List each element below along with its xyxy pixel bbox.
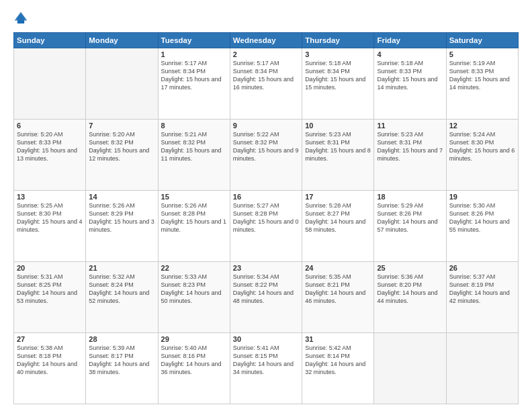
day-info: Sunrise: 5:34 AM Sunset: 8:22 PM Dayligh… <box>233 273 299 306</box>
calendar-table: SundayMondayTuesdayWednesdayThursdayFrid… <box>13 32 519 404</box>
calendar-cell: 11Sunrise: 5:23 AM Sunset: 8:31 PM Dayli… <box>374 120 446 191</box>
calendar-week-1: 1Sunrise: 5:17 AM Sunset: 8:34 PM Daylig… <box>14 48 519 120</box>
day-info: Sunrise: 5:33 AM Sunset: 8:23 PM Dayligh… <box>161 273 227 306</box>
day-info: Sunrise: 5:40 AM Sunset: 8:16 PM Dayligh… <box>161 344 227 377</box>
day-number: 15 <box>161 193 227 201</box>
calendar-cell: 13Sunrise: 5:25 AM Sunset: 8:30 PM Dayli… <box>14 191 86 262</box>
calendar-header-wednesday: Wednesday <box>230 33 302 48</box>
calendar-cell: 22Sunrise: 5:33 AM Sunset: 8:23 PM Dayli… <box>158 262 230 333</box>
calendar-week-5: 27Sunrise: 5:38 AM Sunset: 8:18 PM Dayli… <box>14 333 519 404</box>
day-number: 14 <box>89 193 154 201</box>
calendar-cell: 19Sunrise: 5:30 AM Sunset: 8:26 PM Dayli… <box>446 191 518 262</box>
day-info: Sunrise: 5:23 AM Sunset: 8:31 PM Dayligh… <box>305 130 371 163</box>
day-info: Sunrise: 5:39 AM Sunset: 8:17 PM Dayligh… <box>89 344 154 377</box>
day-number: 19 <box>449 193 515 201</box>
calendar-cell: 25Sunrise: 5:36 AM Sunset: 8:20 PM Dayli… <box>374 262 446 333</box>
day-info: Sunrise: 5:38 AM Sunset: 8:18 PM Dayligh… <box>17 344 83 377</box>
day-number: 6 <box>17 122 83 130</box>
calendar-cell: 24Sunrise: 5:35 AM Sunset: 8:21 PM Dayli… <box>302 262 374 333</box>
day-number: 9 <box>233 122 299 130</box>
calendar-cell: 5Sunrise: 5:19 AM Sunset: 8:33 PM Daylig… <box>446 48 518 120</box>
calendar-cell: 9Sunrise: 5:22 AM Sunset: 8:32 PM Daylig… <box>230 120 302 191</box>
day-number: 18 <box>377 193 443 201</box>
day-number: 21 <box>89 264 154 272</box>
day-info: Sunrise: 5:30 AM Sunset: 8:26 PM Dayligh… <box>449 201 515 234</box>
svg-marker-1 <box>14 11 27 20</box>
day-number: 2 <box>233 50 299 58</box>
day-info: Sunrise: 5:29 AM Sunset: 8:26 PM Dayligh… <box>377 201 443 234</box>
calendar-header-saturday: Saturday <box>446 33 518 48</box>
day-info: Sunrise: 5:31 AM Sunset: 8:25 PM Dayligh… <box>17 273 83 306</box>
day-info: Sunrise: 5:27 AM Sunset: 8:28 PM Dayligh… <box>233 201 299 234</box>
day-number: 1 <box>161 50 227 58</box>
day-info: Sunrise: 5:17 AM Sunset: 8:34 PM Dayligh… <box>233 59 299 92</box>
day-info: Sunrise: 5:23 AM Sunset: 8:31 PM Dayligh… <box>377 130 443 163</box>
calendar-cell: 6Sunrise: 5:20 AM Sunset: 8:33 PM Daylig… <box>14 120 86 191</box>
day-info: Sunrise: 5:17 AM Sunset: 8:34 PM Dayligh… <box>161 59 227 92</box>
calendar-cell: 1Sunrise: 5:17 AM Sunset: 8:34 PM Daylig… <box>158 48 230 120</box>
calendar-cell <box>446 333 518 404</box>
calendar-cell: 18Sunrise: 5:29 AM Sunset: 8:26 PM Dayli… <box>374 191 446 262</box>
logo <box>13 11 31 26</box>
calendar-cell: 29Sunrise: 5:40 AM Sunset: 8:16 PM Dayli… <box>158 333 230 404</box>
calendar-cell: 7Sunrise: 5:20 AM Sunset: 8:32 PM Daylig… <box>86 120 158 191</box>
day-info: Sunrise: 5:22 AM Sunset: 8:32 PM Dayligh… <box>233 130 299 163</box>
day-info: Sunrise: 5:26 AM Sunset: 8:29 PM Dayligh… <box>89 201 154 234</box>
calendar-week-2: 6Sunrise: 5:20 AM Sunset: 8:33 PM Daylig… <box>14 120 519 191</box>
day-number: 17 <box>305 193 371 201</box>
calendar-cell: 4Sunrise: 5:18 AM Sunset: 8:33 PM Daylig… <box>374 48 446 120</box>
calendar-cell: 15Sunrise: 5:26 AM Sunset: 8:28 PM Dayli… <box>158 191 230 262</box>
day-number: 23 <box>233 264 299 272</box>
calendar-cell: 31Sunrise: 5:42 AM Sunset: 8:14 PM Dayli… <box>302 333 374 404</box>
day-number: 16 <box>233 193 299 201</box>
calendar-header-tuesday: Tuesday <box>158 33 230 48</box>
day-info: Sunrise: 5:21 AM Sunset: 8:32 PM Dayligh… <box>161 130 227 163</box>
calendar-cell: 27Sunrise: 5:38 AM Sunset: 8:18 PM Dayli… <box>14 333 86 404</box>
day-number: 25 <box>377 264 443 272</box>
day-info: Sunrise: 5:42 AM Sunset: 8:14 PM Dayligh… <box>305 344 371 377</box>
day-number: 22 <box>161 264 227 272</box>
day-number: 27 <box>17 335 83 343</box>
day-info: Sunrise: 5:36 AM Sunset: 8:20 PM Dayligh… <box>377 273 443 306</box>
calendar-cell: 14Sunrise: 5:26 AM Sunset: 8:29 PM Dayli… <box>86 191 158 262</box>
calendar-cell: 16Sunrise: 5:27 AM Sunset: 8:28 PM Dayli… <box>230 191 302 262</box>
calendar-cell <box>14 48 86 120</box>
calendar-cell: 10Sunrise: 5:23 AM Sunset: 8:31 PM Dayli… <box>302 120 374 191</box>
calendar-cell: 17Sunrise: 5:28 AM Sunset: 8:27 PM Dayli… <box>302 191 374 262</box>
day-info: Sunrise: 5:25 AM Sunset: 8:30 PM Dayligh… <box>17 201 83 234</box>
calendar-cell: 21Sunrise: 5:32 AM Sunset: 8:24 PM Dayli… <box>86 262 158 333</box>
calendar-cell <box>86 48 158 120</box>
day-number: 30 <box>233 335 299 343</box>
calendar-cell: 23Sunrise: 5:34 AM Sunset: 8:22 PM Dayli… <box>230 262 302 333</box>
day-info: Sunrise: 5:37 AM Sunset: 8:19 PM Dayligh… <box>449 273 515 306</box>
calendar-header-monday: Monday <box>86 33 158 48</box>
day-info: Sunrise: 5:20 AM Sunset: 8:33 PM Dayligh… <box>17 130 83 163</box>
calendar-header-row: SundayMondayTuesdayWednesdayThursdayFrid… <box>14 33 519 48</box>
calendar-week-3: 13Sunrise: 5:25 AM Sunset: 8:30 PM Dayli… <box>14 191 519 262</box>
day-info: Sunrise: 5:18 AM Sunset: 8:34 PM Dayligh… <box>305 59 371 92</box>
day-info: Sunrise: 5:19 AM Sunset: 8:33 PM Dayligh… <box>449 59 515 92</box>
day-info: Sunrise: 5:41 AM Sunset: 8:15 PM Dayligh… <box>233 344 299 377</box>
calendar-header-thursday: Thursday <box>302 33 374 48</box>
day-info: Sunrise: 5:20 AM Sunset: 8:32 PM Dayligh… <box>89 130 154 163</box>
day-number: 8 <box>161 122 227 130</box>
calendar-cell: 3Sunrise: 5:18 AM Sunset: 8:34 PM Daylig… <box>302 48 374 120</box>
day-number: 20 <box>17 264 83 272</box>
day-number: 12 <box>449 122 515 130</box>
calendar-week-4: 20Sunrise: 5:31 AM Sunset: 8:25 PM Dayli… <box>14 262 519 333</box>
calendar-cell: 8Sunrise: 5:21 AM Sunset: 8:32 PM Daylig… <box>158 120 230 191</box>
day-number: 4 <box>377 50 443 58</box>
day-info: Sunrise: 5:28 AM Sunset: 8:27 PM Dayligh… <box>305 201 371 234</box>
day-info: Sunrise: 5:35 AM Sunset: 8:21 PM Dayligh… <box>305 273 371 306</box>
calendar-cell <box>374 333 446 404</box>
calendar-cell: 28Sunrise: 5:39 AM Sunset: 8:17 PM Dayli… <box>86 333 158 404</box>
calendar-header-friday: Friday <box>374 33 446 48</box>
day-number: 11 <box>377 122 443 130</box>
day-info: Sunrise: 5:32 AM Sunset: 8:24 PM Dayligh… <box>89 273 154 306</box>
calendar-cell: 2Sunrise: 5:17 AM Sunset: 8:34 PM Daylig… <box>230 48 302 120</box>
day-number: 31 <box>305 335 371 343</box>
day-number: 13 <box>17 193 83 201</box>
header <box>13 11 519 26</box>
day-number: 5 <box>449 50 515 58</box>
calendar-header-sunday: Sunday <box>14 33 86 48</box>
